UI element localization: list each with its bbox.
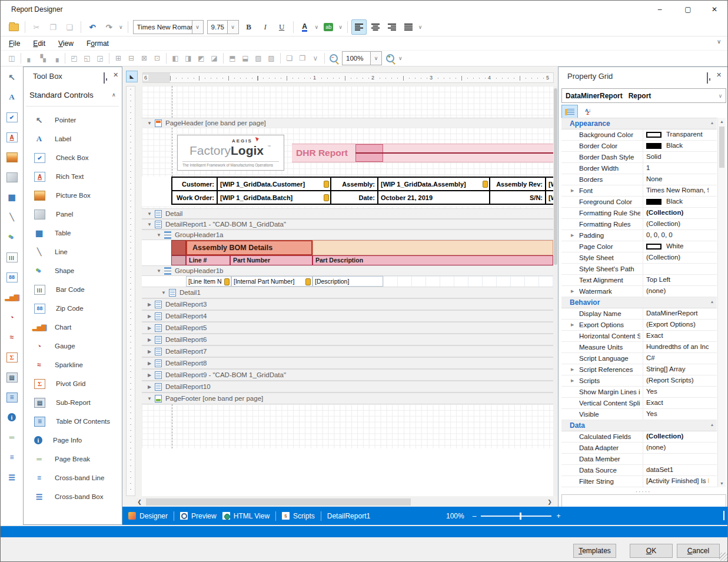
date-value-cell[interactable]: October 21, 2019 bbox=[378, 191, 490, 204]
expand-triangle-icon[interactable]: ▶ bbox=[147, 314, 152, 319]
layout-tool-button[interactable]: ∨ bbox=[309, 52, 322, 65]
toolbox-strip-item[interactable]: ✔ bbox=[2, 108, 21, 127]
property-value[interactable]: String[] Array bbox=[646, 365, 709, 373]
layout-tool-button[interactable]: ◪ bbox=[208, 52, 221, 65]
align-left-button[interactable] bbox=[351, 19, 367, 35]
report-tasks-button[interactable]: ◣ bbox=[126, 71, 138, 82]
expand-triangle-icon[interactable]: ▶ bbox=[147, 373, 152, 378]
property-row[interactable]: Display Name DataMinerReport bbox=[561, 308, 717, 320]
expand-triangle-icon[interactable]: ▶ bbox=[147, 384, 152, 390]
menu-item[interactable]: Edit bbox=[33, 39, 45, 48]
toolbox-strip-item[interactable]: 88 bbox=[2, 268, 21, 287]
expand-triangle-icon[interactable]: ▶ bbox=[147, 325, 152, 331]
band-detail-report[interactable]: ▶ DetailReport8 bbox=[142, 357, 553, 369]
property-value[interactable]: Times New Roman, 9.7... bbox=[646, 187, 709, 194]
alphabetical-sort-button[interactable]: A↓Z bbox=[580, 105, 596, 119]
toolbox-strip-item[interactable]: ||| bbox=[2, 248, 21, 267]
property-row[interactable]: Data Member bbox=[561, 454, 717, 465]
cancel-button[interactable]: Cancel bbox=[677, 544, 720, 558]
layout-tool-button[interactable]: ⊠ bbox=[138, 52, 151, 65]
toolbox-strip-item[interactable]: Σ bbox=[2, 348, 21, 367]
layout-tool-button[interactable]: ◫ bbox=[5, 52, 18, 65]
property-value[interactable]: (Collection) bbox=[646, 209, 709, 216]
property-row[interactable]: ▶ Script References String[] Array bbox=[561, 364, 717, 375]
property-row[interactable]: Borders None bbox=[561, 174, 717, 185]
band-detail[interactable]: ▼ Detail bbox=[142, 208, 553, 219]
redo-button[interactable]: ↷ bbox=[101, 19, 117, 35]
horizontal-scrollbar[interactable]: ❮ ❯ bbox=[135, 498, 554, 506]
maximize-button[interactable]: ▢ bbox=[678, 3, 698, 16]
band-page-footer[interactable]: ▼ PageFooter [one band per page] bbox=[142, 393, 553, 404]
layout-tool-button[interactable]: ⊡ bbox=[151, 52, 164, 65]
property-value[interactable]: 0, 0, 0, 0 bbox=[646, 231, 709, 238]
property-row[interactable]: Foreground Color Black bbox=[561, 197, 717, 208]
toolbox-strip-item[interactable] bbox=[2, 148, 21, 167]
templates-button[interactable]: Templates bbox=[573, 544, 616, 558]
toolbox-item[interactable]: ≈ Sparkline bbox=[27, 355, 120, 374]
cut-button[interactable]: ✂ bbox=[29, 19, 44, 35]
layout-tool-button[interactable] bbox=[166, 53, 167, 64]
layout-tool-button[interactable]: ⬓ bbox=[239, 52, 252, 65]
property-row[interactable]: Data ▴ bbox=[561, 420, 717, 431]
property-row[interactable]: ▶ Watermark (none) bbox=[561, 286, 717, 297]
property-value[interactable]: (Collection) bbox=[646, 254, 709, 261]
toolbox-item[interactable]: 88 Zip Code bbox=[27, 299, 120, 318]
tab-scripts[interactable]: §Scripts bbox=[282, 512, 315, 520]
category-collapse-icon[interactable]: ▴ bbox=[711, 422, 713, 427]
align-right-button[interactable] bbox=[384, 19, 400, 35]
toolbox-item[interactable]: Picture Box bbox=[27, 186, 120, 205]
scroll-left-arrow-icon[interactable]: ❮ bbox=[135, 499, 144, 505]
toolbox-strip-item[interactable]: ═ bbox=[2, 428, 21, 447]
align-center-button[interactable] bbox=[368, 19, 383, 35]
toolbox-item[interactable]: i Page Info bbox=[27, 431, 120, 450]
property-row[interactable]: Filter String [Activity Finished] Is N..… bbox=[561, 476, 717, 487]
band-detail-report[interactable]: ▶ DetailReport6 bbox=[142, 334, 553, 345]
collapse-triangle-icon[interactable]: ▼ bbox=[147, 121, 152, 126]
layout-tool-button[interactable] bbox=[223, 53, 224, 64]
zoom-combo[interactable]: 100% ∨ bbox=[342, 51, 382, 65]
work-order-value-cell[interactable]: [WIP 1_GridData.Batch] bbox=[217, 191, 331, 204]
layout-tool-button[interactable]: ◩ bbox=[195, 52, 208, 65]
property-value[interactable]: Solid bbox=[646, 153, 709, 160]
property-row[interactable]: Formatting Rule She (Collection) bbox=[561, 208, 717, 219]
property-row[interactable]: ▶ Font Times New Roman, 9.7... bbox=[561, 185, 717, 197]
scrollbar-thumb[interactable] bbox=[719, 127, 724, 168]
object-selector-combo[interactable]: DataMinerReport Report ∨ bbox=[561, 88, 726, 103]
property-row[interactable]: Data Adapter (none) bbox=[561, 443, 717, 454]
undo-dropdown-chevron-icon[interactable]: ∨ bbox=[119, 24, 123, 30]
customer-label-cell[interactable]: Customer: bbox=[172, 177, 217, 191]
expand-triangle-icon[interactable]: ▶ bbox=[147, 349, 152, 354]
toolbox-strip-item[interactable]: ≡ bbox=[2, 448, 21, 467]
layout-tool-button[interactable]: ▗ bbox=[49, 52, 62, 65]
font-color-chevron-icon[interactable]: ∨ bbox=[315, 24, 319, 30]
assembly-rev-value-cell[interactable]: [W bbox=[546, 177, 553, 191]
expand-arrow-icon[interactable]: ▶ bbox=[571, 188, 574, 193]
highlight-button[interactable]: ab bbox=[321, 19, 336, 35]
property-row[interactable]: ▶ Padding 0, 0, 0, 0 bbox=[561, 230, 717, 241]
property-value[interactable]: (Report Scripts) bbox=[646, 377, 709, 384]
property-row[interactable]: Style Sheet's Path bbox=[561, 264, 717, 275]
internal-part-number-field-cell[interactable]: [Internal Part Number] bbox=[231, 276, 313, 287]
chevron-down-icon[interactable]: ∨ bbox=[227, 21, 238, 34]
band-detail-report[interactable]: ▶ DetailReport10 bbox=[142, 381, 553, 393]
toolbox-strip-item[interactable] bbox=[2, 168, 21, 187]
toolbox-item[interactable]: ◔ Gauge bbox=[27, 337, 120, 355]
layout-tool-button[interactable]: ◲ bbox=[94, 52, 107, 65]
toolbox-item[interactable]: ● Shape bbox=[27, 261, 120, 280]
toolbox-item[interactable]: Σ Pivot Grid bbox=[27, 374, 120, 393]
scroll-up-arrow-icon[interactable]: ▲ bbox=[718, 118, 726, 125]
expand-arrow-icon[interactable]: ▶ bbox=[571, 233, 574, 238]
band-detail-report[interactable]: ▶ DetailReport3 bbox=[142, 298, 553, 310]
property-row[interactable]: Border Width 1 bbox=[561, 163, 717, 174]
assembly-value-cell[interactable]: [WIP 1_GridData.Assembly] bbox=[378, 177, 490, 191]
property-row[interactable]: Calculated Fields (Collection) bbox=[561, 431, 717, 443]
tab-html-view[interactable]: HTML View bbox=[222, 512, 270, 520]
layout-tool-button[interactable]: ▖ bbox=[24, 52, 36, 65]
bold-button[interactable]: B bbox=[241, 19, 257, 35]
toolbox-strip-item[interactable]: ◔ bbox=[2, 308, 21, 327]
layout-tool-button[interactable] bbox=[21, 53, 21, 64]
layout-tool-button[interactable] bbox=[324, 53, 325, 64]
toolbox-strip-item[interactable]: ▂▅▇ bbox=[2, 288, 21, 307]
toolbox-strip-item[interactable]: A bbox=[2, 88, 21, 107]
line-item-field-cell[interactable]: [Line Item N bbox=[186, 276, 231, 287]
